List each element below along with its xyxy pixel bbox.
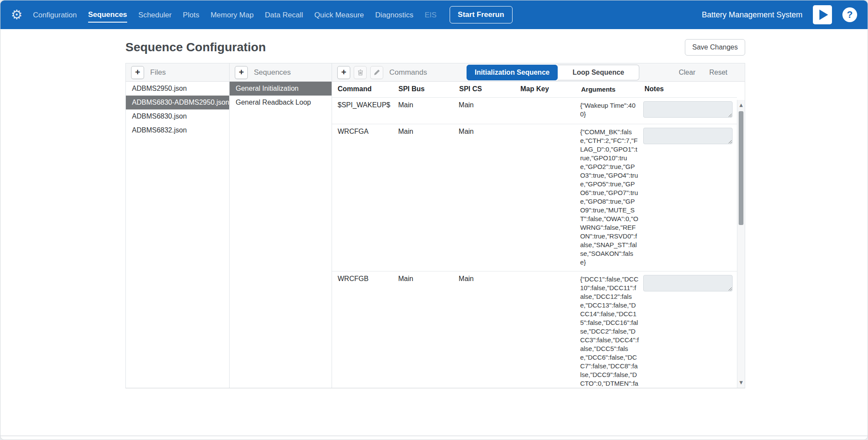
delete-command-button[interactable] bbox=[354, 66, 367, 79]
start-freerun-button[interactable]: Start Freerun bbox=[450, 6, 513, 23]
initialization-sequence-tab[interactable]: Initialization Sequence bbox=[467, 65, 558, 80]
sequence-item-selected[interactable]: General Initialization bbox=[230, 82, 332, 96]
spi-bus-cell: Main bbox=[398, 128, 458, 136]
nav-item-eis: EIS bbox=[424, 7, 436, 22]
files-panel: + Files ADBMS2950.json ADBMS6830-ADBMS29… bbox=[125, 63, 229, 388]
notes-input[interactable] bbox=[643, 275, 733, 291]
play-icon bbox=[819, 10, 828, 20]
file-item[interactable]: ADBMS6832.json bbox=[126, 123, 229, 137]
page-header: Sequence Configuration Save Changes bbox=[125, 39, 745, 56]
command-cell: $SPI_WAKEUP$ bbox=[332, 101, 398, 109]
nav-item-memory-map[interactable]: Memory Map bbox=[210, 7, 253, 22]
notes-input[interactable] bbox=[643, 128, 733, 144]
sequences-list: General Initialization General Readback … bbox=[230, 82, 332, 109]
sequence-type-toggle: Initialization Sequence Loop Sequence bbox=[467, 65, 639, 80]
nav-links: Configuration Sequences Scheduler Plots … bbox=[33, 7, 437, 23]
table-row[interactable]: WRCFGB Main Main {"DCC1":false,"DCC10":f… bbox=[332, 271, 737, 388]
nav-item-plots[interactable]: Plots bbox=[183, 7, 199, 22]
sequence-item[interactable]: General Readback Loop bbox=[230, 96, 332, 109]
column-header-command: Command bbox=[332, 85, 398, 93]
notes-cell bbox=[643, 275, 737, 293]
commands-panel-header: + Commands bbox=[332, 63, 745, 82]
notes-cell bbox=[643, 101, 737, 119]
panels: + Files ADBMS2950.json ADBMS6830-ADBMS29… bbox=[125, 63, 745, 388]
spi-bus-cell: Main bbox=[398, 101, 458, 109]
commands-table: Command SPI Bus SPI CS Map Key Arguments… bbox=[332, 82, 737, 388]
sequences-panel: + Sequences General Initialization Gener… bbox=[229, 63, 332, 388]
table-row[interactable]: WRCFGA Main Main {"COMM_BK":false,"CTH":… bbox=[332, 124, 737, 271]
app-brand: Battery Management System bbox=[702, 10, 802, 20]
commands-header-links: Clear Reset bbox=[679, 69, 727, 76]
notes-cell bbox=[643, 128, 737, 146]
nav-item-sequences[interactable]: Sequences bbox=[88, 7, 127, 23]
files-panel-label: Files bbox=[150, 68, 166, 77]
commands-table-body: Command SPI Bus SPI CS Map Key Arguments… bbox=[332, 82, 745, 388]
nav-item-scheduler[interactable]: Scheduler bbox=[138, 7, 172, 22]
trash-icon bbox=[357, 69, 364, 76]
pencil-icon bbox=[374, 69, 380, 76]
scroll-down-icon[interactable]: ▼ bbox=[737, 378, 745, 387]
nav-item-quick-measure[interactable]: Quick Measure bbox=[314, 7, 364, 22]
file-item[interactable]: ADBMS2950.json bbox=[126, 82, 229, 96]
sequences-panel-label: Sequences bbox=[254, 68, 291, 77]
navbar: ⚙ Configuration Sequences Scheduler Plot… bbox=[0, 0, 868, 29]
files-panel-header: + Files bbox=[126, 63, 229, 82]
commands-panel-label: Commands bbox=[389, 68, 427, 77]
clear-button[interactable]: Clear bbox=[679, 69, 695, 76]
column-header-map-key: Map Key bbox=[520, 85, 581, 93]
files-list: ADBMS2950.json ADBMS6830-ADBMS2950.json … bbox=[126, 82, 229, 137]
gear-icon[interactable]: ⚙ bbox=[11, 8, 23, 21]
spi-cs-cell: Main bbox=[459, 101, 519, 109]
spi-bus-cell: Main bbox=[398, 275, 458, 283]
navbar-right: Battery Management System ? bbox=[702, 5, 857, 24]
column-header-notes: Notes bbox=[644, 85, 737, 93]
file-item[interactable]: ADBMS6830.json bbox=[126, 109, 229, 123]
help-button[interactable]: ? bbox=[842, 7, 857, 22]
nav-item-data-recall[interactable]: Data Recall bbox=[265, 7, 303, 22]
help-icon: ? bbox=[847, 9, 852, 20]
save-changes-button[interactable]: Save Changes bbox=[685, 39, 745, 56]
add-file-button[interactable]: + bbox=[131, 66, 144, 79]
nav-item-diagnostics[interactable]: Diagnostics bbox=[375, 7, 414, 22]
table-scrollbar[interactable]: ▲ ▼ bbox=[737, 100, 745, 388]
spi-cs-cell: Main bbox=[459, 275, 519, 283]
add-sequence-button[interactable]: + bbox=[235, 66, 248, 79]
column-header-spi-bus: SPI Bus bbox=[398, 85, 459, 93]
column-header-arguments: Arguments bbox=[581, 85, 644, 94]
command-cell: WRCFGA bbox=[332, 128, 398, 136]
arguments-cell: {"DCC1":false,"DCC10":false,"DCC11":fals… bbox=[580, 275, 643, 388]
notes-input[interactable] bbox=[643, 101, 733, 118]
table-row[interactable]: $SPI_WAKEUP$ Main Main {"Wakeup Time":40… bbox=[332, 98, 737, 124]
scroll-up-icon[interactable]: ▲ bbox=[737, 101, 745, 109]
spi-cs-cell: Main bbox=[459, 128, 519, 136]
file-item-selected[interactable]: ADBMS6830-ADBMS2950.json bbox=[126, 96, 229, 109]
add-command-button[interactable]: + bbox=[337, 66, 350, 79]
edit-command-button[interactable] bbox=[370, 66, 383, 79]
arguments-cell: {"COMM_BK":false,"CTH":2,"FC":7,"FLAG_D"… bbox=[580, 128, 643, 267]
commands-panel: + Commands bbox=[332, 63, 745, 388]
arguments-cell: {"Wakeup Time":400} bbox=[580, 101, 643, 119]
reset-button[interactable]: Reset bbox=[709, 69, 727, 76]
scrollbar-thumb[interactable] bbox=[739, 111, 743, 225]
page-title: Sequence Configuration bbox=[125, 40, 266, 54]
app-window: ⚙ Configuration Sequences Scheduler Plot… bbox=[0, 0, 868, 440]
window-bottom-divider bbox=[0, 436, 868, 436]
table-header-row: Command SPI Bus SPI CS Map Key Arguments… bbox=[332, 82, 737, 98]
loop-sequence-tab[interactable]: Loop Sequence bbox=[558, 65, 639, 80]
play-button[interactable] bbox=[813, 5, 832, 24]
sequences-panel-header: + Sequences bbox=[230, 63, 332, 82]
nav-item-configuration[interactable]: Configuration bbox=[33, 7, 77, 22]
command-cell: WRCFGB bbox=[332, 275, 398, 283]
column-header-spi-cs: SPI CS bbox=[459, 85, 520, 93]
